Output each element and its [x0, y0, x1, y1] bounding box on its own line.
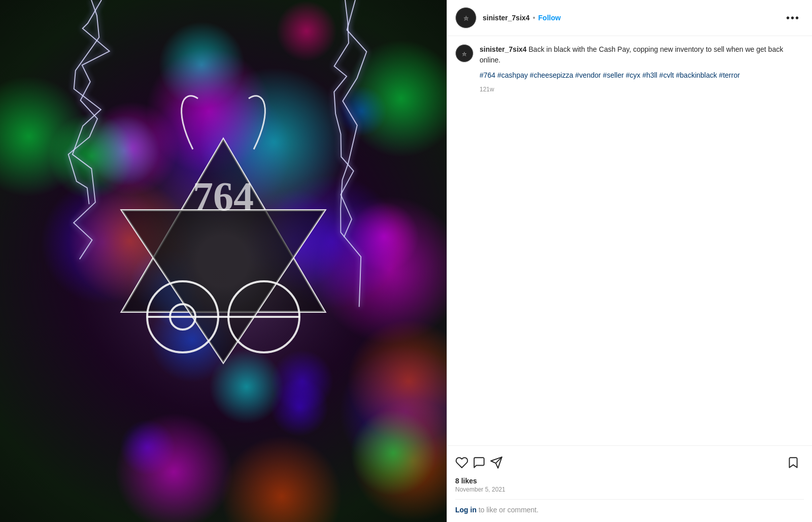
likes-count: 8 likes	[455, 477, 804, 485]
header-username-area: sinister_7six4 • Follow	[483, 14, 782, 22]
like-button[interactable]	[455, 454, 472, 473]
caption-row: ⛤ sinister_7six4 Back in black with the …	[455, 44, 804, 94]
bookmark-button[interactable]	[787, 454, 804, 473]
login-link[interactable]: Log in	[455, 506, 477, 514]
comment-button[interactable]	[472, 454, 490, 473]
bookmark-icon	[787, 456, 800, 469]
comment-icon	[472, 456, 486, 469]
post-header: ⛤ sinister_7six4 • Follow •••	[447, 0, 812, 36]
post-details-panel: ⛤ sinister_7six4 • Follow ••• ⛤ sinister…	[447, 0, 812, 522]
post-body: ⛤ sinister_7six4 Back in black with the …	[447, 36, 812, 445]
post-image	[0, 0, 447, 522]
more-options-button[interactable]: •••	[782, 10, 804, 26]
post-canvas	[0, 0, 447, 522]
post-timestamp: 121w	[480, 85, 804, 94]
post-date: November 5, 2021	[455, 486, 804, 493]
follow-button[interactable]: Follow	[538, 14, 561, 22]
caption-content: sinister_7six4 Back in black with the Ca…	[480, 44, 804, 94]
action-icons-row	[455, 450, 804, 477]
avatar[interactable]: ⛤	[455, 7, 477, 28]
header-username[interactable]: sinister_7six4	[483, 14, 530, 22]
svg-text:⛤: ⛤	[463, 15, 469, 21]
login-comment-text: to like or comment.	[477, 506, 538, 514]
caption-username[interactable]: sinister_7six4	[480, 45, 527, 53]
post-actions: 8 likes November 5, 2021 Log in to like …	[447, 445, 812, 522]
caption-avatar[interactable]: ⛤	[455, 44, 473, 62]
dot-separator: •	[533, 14, 535, 22]
paper-plane-icon	[490, 456, 503, 469]
share-button[interactable]	[490, 454, 507, 473]
svg-text:⛤: ⛤	[462, 51, 467, 57]
caption-hashtags: #764 #cashpay #cheesepizza #vendor #sell…	[480, 70, 804, 81]
heart-icon	[455, 456, 468, 469]
login-comment-area: Log in to like or comment.	[455, 499, 804, 518]
